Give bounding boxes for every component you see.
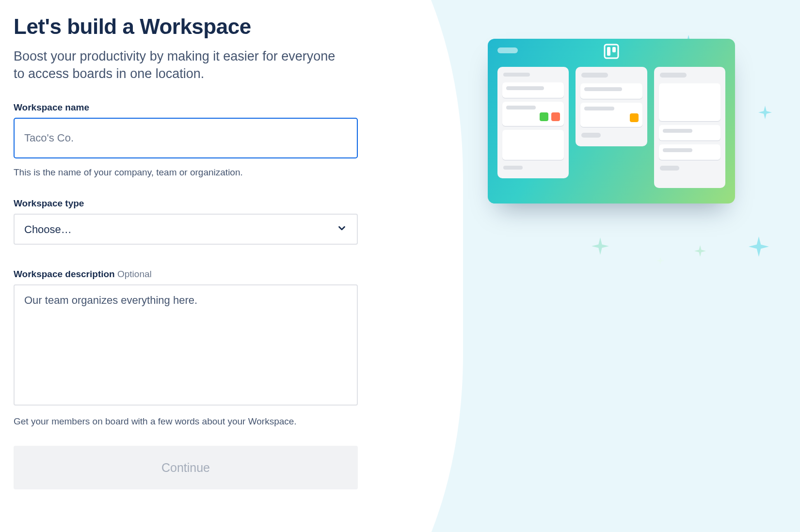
workspace-type-label: Workspace type (14, 198, 378, 209)
workspace-type-select[interactable]: Choose… (14, 214, 358, 245)
workspace-description-helper: Get your members on board with a few wor… (14, 415, 378, 428)
trello-logo-icon (604, 44, 619, 61)
workspace-name-group: Workspace name (14, 102, 378, 158)
card-label-green (540, 112, 548, 121)
list-footer-stub (660, 166, 679, 171)
workspace-name-input[interactable] (14, 118, 358, 158)
sparkle-icon (758, 106, 772, 121)
board-tile (488, 39, 735, 203)
board-accent (497, 47, 518, 53)
svg-rect-1 (607, 47, 610, 56)
board-lists (488, 67, 735, 188)
workspace-description-label: Workspace description Optional (14, 269, 378, 280)
page-title: Let's build a Workspace (14, 15, 378, 39)
card-label-yellow (630, 113, 639, 122)
workspace-description-input[interactable] (14, 284, 358, 406)
card-label-orange (551, 112, 560, 121)
list-title-stub (660, 73, 687, 78)
workspace-illustration (488, 39, 735, 203)
card-stub (502, 82, 564, 98)
page-subtitle: Boost your productivity by making it eas… (14, 47, 343, 83)
list-footer-stub (503, 166, 523, 170)
workspace-name-label: Workspace name (14, 102, 378, 113)
workspace-description-label-text: Workspace description (14, 269, 115, 279)
form-panel: Let's build a Workspace Boost your produ… (0, 0, 398, 532)
sparkle-icon (694, 245, 706, 259)
sparkle-icon (656, 257, 664, 266)
card-stub (580, 103, 642, 127)
workspace-description-group: Workspace description Optional (14, 269, 378, 407)
list-column (576, 67, 647, 146)
card-stub (659, 83, 720, 121)
list-title-stub (503, 73, 530, 77)
sparkle-icon (592, 237, 609, 257)
card-stub (502, 102, 564, 126)
list-footer-stub (581, 133, 601, 138)
list-column (497, 67, 569, 178)
card-stub (580, 83, 642, 99)
list-column (654, 67, 725, 188)
card-stub (659, 125, 720, 141)
svg-rect-0 (605, 45, 618, 58)
workspace-name-helper: This is the name of your company, team o… (14, 166, 378, 179)
continue-button[interactable]: Continue (14, 446, 358, 489)
list-title-stub (581, 73, 608, 78)
workspace-type-group: Workspace type Choose… (14, 198, 378, 245)
workspace-description-optional-tag: Optional (117, 269, 152, 279)
svg-rect-2 (612, 47, 616, 52)
card-stub (502, 130, 564, 159)
sparkle-icon (749, 236, 769, 259)
card-stub (659, 144, 720, 160)
